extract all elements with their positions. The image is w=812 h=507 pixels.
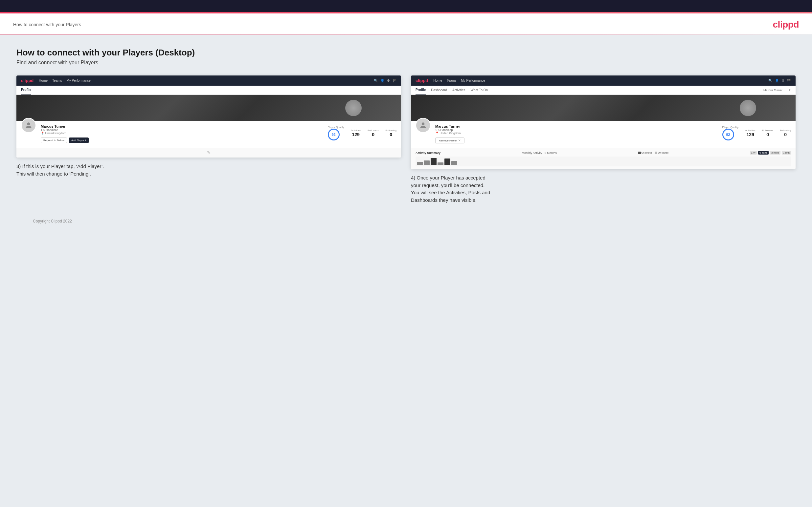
left-settings-icon: ⚙ — [387, 79, 390, 82]
svg-point-1 — [422, 122, 425, 125]
left-edit-icon: ✎ — [207, 150, 211, 155]
left-caption-text: 3) If this is your Player tap, ‘Add Play… — [16, 163, 401, 177]
svg-point-0 — [27, 122, 30, 125]
left-nav-teams: Teams — [52, 79, 62, 82]
right-remove-x-icon: ✕ — [458, 139, 461, 142]
right-caption-text: 4) Once your Player has acceptedyour req… — [411, 174, 796, 204]
left-hero-image — [16, 95, 401, 121]
left-follow-button[interactable]: Request to Follow — [41, 137, 67, 143]
right-profile-section: Marcus Turner 1-5 Handicap 📍 United King… — [411, 121, 796, 148]
right-hero-image — [411, 95, 796, 121]
main-title: How to connect with your Players (Deskto… — [16, 48, 796, 58]
right-mock-nav: clippd Home Teams My Performance 🔍 👤 ⚙ 🏴 — [411, 75, 796, 86]
left-search-icon: 🔍 — [374, 79, 378, 82]
right-filter-3mths[interactable]: 3 mths — [770, 151, 780, 155]
right-avatar — [415, 118, 430, 133]
left-mock-nav-icons: 🔍 👤 ⚙ 🏴 — [374, 79, 397, 82]
left-caption: 3) If this is your Player tap, ‘Add Play… — [16, 158, 401, 177]
right-bar-2 — [424, 161, 429, 165]
left-edit-area: ✎ — [16, 148, 401, 158]
right-player-info-block: Marcus Turner 1-5 Handicap 📍 United King… — [435, 124, 464, 144]
right-tab-whattoon[interactable]: What To On — [471, 86, 488, 94]
left-quality-stat: Player Quality 92 — [328, 126, 344, 140]
right-avatar-icon — [419, 121, 427, 130]
left-hero-circle — [345, 100, 362, 116]
left-screenshot-col: clippd Home Teams My Performance 🔍 👤 ⚙ 🏴 — [16, 75, 401, 204]
right-stats: Player Quality 92 Activities 129 Followe… — [722, 124, 791, 140]
right-followers-stat: Followers 0 — [762, 129, 773, 137]
right-user-icon: 👤 — [775, 79, 779, 82]
right-activities-stat: Activities 129 — [745, 129, 756, 137]
right-activity-legend: On course Off course — [638, 152, 668, 154]
right-activity-title: Activity Summary — [415, 151, 441, 155]
left-mock-nav-items: Home Teams My Performance — [39, 79, 91, 82]
left-player-location: 📍 United Kingdom — [41, 131, 323, 135]
right-chart-area — [415, 157, 791, 166]
right-mock-browser: clippd Home Teams My Performance 🔍 👤 ⚙ 🏴 — [411, 75, 796, 169]
right-legend-offcourse: Off course — [655, 152, 668, 154]
right-mock-nav-items: Home Teams My Performance — [433, 79, 485, 82]
left-nav-performance: My Performance — [66, 79, 90, 82]
clippd-logo: clippd — [773, 19, 799, 30]
left-mock-nav: clippd Home Teams My Performance 🔍 👤 ⚙ 🏴 — [16, 75, 401, 86]
right-tab-activities[interactable]: Activities — [452, 86, 465, 94]
right-mock-logo: clippd — [415, 78, 428, 83]
right-tab-dashboard[interactable]: Dashboard — [431, 86, 447, 94]
screenshots-row: clippd Home Teams My Performance 🔍 👤 ⚙ 🏴 — [16, 75, 796, 204]
left-avatar — [21, 118, 36, 133]
right-activity-subtitle: Monthly Activity · 6 Months — [522, 151, 557, 155]
right-remove-button-area: Remove Player ✕ — [435, 137, 464, 144]
right-user-label: Marcus Turner — [763, 89, 782, 92]
right-activity-section: Activity Summary Monthly Activity · 6 Mo… — [411, 148, 796, 169]
left-activities-stat: Activities 129 — [351, 129, 361, 137]
right-oncourse-dot — [638, 152, 641, 154]
left-add-player-button[interactable]: Add Player + — [69, 137, 89, 143]
left-stats: Player Quality 92 Activities 129 Followe… — [328, 124, 397, 140]
right-mock-nav-icons: 🔍 👤 ⚙ 🏴 — [768, 79, 791, 82]
right-screenshot-col: clippd Home Teams My Performance 🔍 👤 ⚙ 🏴 — [411, 75, 796, 204]
right-activity-filters: 1 yr 6 mths 3 mths 1 mth — [750, 151, 791, 155]
right-bar-1 — [417, 162, 423, 165]
right-player-name: Marcus Turner — [435, 124, 464, 128]
right-hero-circle — [740, 100, 756, 116]
left-player-name: Marcus Turner — [41, 124, 323, 128]
right-bar-5 — [445, 159, 450, 165]
right-filter-1mth[interactable]: 1 mth — [782, 151, 791, 155]
left-tab-profile[interactable]: Profile — [21, 86, 31, 95]
right-tab-profile[interactable]: Profile — [415, 86, 426, 95]
right-bar-4 — [438, 162, 444, 165]
left-player-hcp: 1-5 Handicap — [41, 128, 323, 131]
left-player-details: Marcus Turner 1-5 Handicap 📍 United King… — [41, 124, 323, 143]
right-nav-home: Home — [433, 79, 442, 82]
top-bar — [0, 0, 812, 12]
left-flag-icon: 🏴 — [393, 79, 397, 82]
right-offcourse-dot — [655, 152, 657, 154]
right-settings-icon: ⚙ — [781, 79, 784, 82]
right-filter-1yr[interactable]: 1 yr — [750, 151, 757, 155]
left-profile-section: Marcus Turner 1-5 Handicap 📍 United King… — [16, 121, 401, 148]
breadcrumb: How to connect with your Players — [13, 22, 81, 27]
left-mock-browser: clippd Home Teams My Performance 🔍 👤 ⚙ 🏴 — [16, 75, 401, 158]
left-avatar-icon — [24, 121, 33, 130]
left-nav-home: Home — [39, 79, 48, 82]
left-followers-stat: Followers 0 — [367, 129, 379, 137]
left-user-icon: 👤 — [380, 79, 384, 82]
right-dropdown-icon: ▼ — [789, 89, 791, 92]
right-remove-player-button[interactable]: Remove Player ✕ — [435, 137, 464, 144]
left-mock-tabs: Profile — [16, 86, 401, 95]
page-footer: Copyright Clippd 2022 — [16, 214, 796, 229]
right-following-stat: Following 0 — [780, 129, 791, 137]
right-bar-6 — [451, 161, 457, 165]
right-location-icon: 📍 — [435, 131, 439, 135]
right-nav-teams: Teams — [447, 79, 456, 82]
right-quality-stat: Player Quality 92 — [722, 126, 739, 140]
right-filter-6mths[interactable]: 6 mths — [758, 151, 769, 155]
right-quality-circle: 92 — [722, 129, 734, 140]
right-player-hcp: 1-5 Handicap — [435, 128, 464, 131]
right-caption: 4) Once your Player has acceptedyour req… — [411, 169, 796, 204]
left-following-stat: Following 0 — [385, 129, 397, 137]
left-quality-circle: 92 — [328, 129, 340, 140]
right-nav-performance: My Performance — [461, 79, 485, 82]
right-bar-3 — [430, 158, 437, 165]
right-legend-oncourse: On course — [638, 152, 652, 154]
